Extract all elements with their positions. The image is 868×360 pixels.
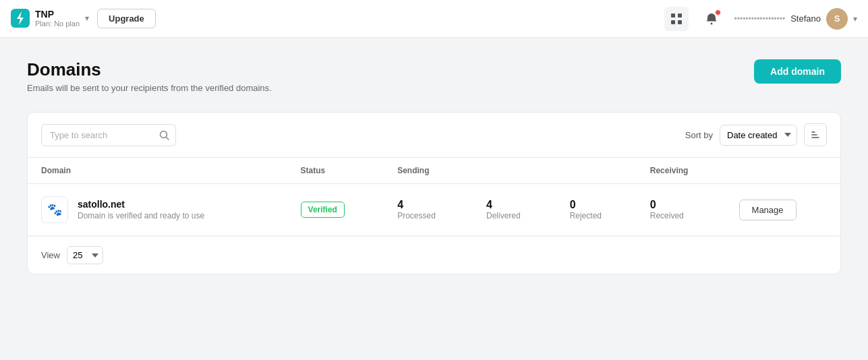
grid-icon [670, 13, 683, 25]
grid-icon-button[interactable] [664, 7, 689, 31]
col-domain: Domain [28, 158, 287, 184]
upgrade-button[interactable]: Upgrade [97, 9, 156, 28]
rejected-cell: 0 Rejected [556, 184, 637, 236]
user-menu[interactable]: •••••••••••••••••• Stefano S ▾ [734, 8, 857, 30]
sort-direction-icon [811, 130, 820, 140]
col-sending: Sending [384, 158, 473, 184]
svg-rect-5 [678, 20, 682, 24]
brand-icon [11, 9, 30, 28]
received-label: Received [650, 211, 684, 220]
table-row: 🐾 satollo.net Domain is verified and rea… [28, 184, 840, 236]
topnav-right: •••••••••••••••••• Stefano S ▾ [664, 7, 857, 31]
search-wrap [41, 124, 176, 146]
sort-select[interactable]: Date created Name Status [720, 125, 797, 146]
col-actions [726, 158, 840, 184]
brand-logo: TNP Plan: No plan ▾ [11, 9, 89, 29]
col-status: Status [287, 158, 384, 184]
received-cell: 0 Received [637, 184, 726, 236]
delivered-stat: 4 Delivered [486, 199, 543, 220]
processed-stat: 4 Processed [397, 199, 459, 220]
delivered-label: Delivered [486, 211, 521, 220]
main-content: Domains Emails will be sent to your reci… [0, 38, 868, 296]
page-subtitle: Emails will be sent to your recipients f… [27, 83, 272, 93]
domain-icon-symbol: 🐾 [47, 202, 62, 217]
view-per-page-select[interactable]: 10 25 50 100 [67, 246, 103, 264]
user-menu-chevron: ▾ [853, 14, 857, 24]
delivered-cell: 4 Delivered [473, 184, 556, 236]
rejected-num: 0 [570, 199, 576, 211]
add-domain-button[interactable]: Add domain [754, 59, 841, 84]
svg-rect-3 [678, 13, 682, 18]
user-email: •••••••••••••••••• [734, 14, 786, 24]
processed-cell: 4 Processed [384, 184, 473, 236]
svg-rect-4 [671, 20, 675, 24]
toolbar: Sort by Date created Name Status [28, 113, 840, 157]
sort-area: Sort by Date created Name Status [685, 123, 827, 146]
received-num: 0 [650, 199, 656, 211]
page-header: Domains Emails will be sent to your reci… [27, 59, 841, 93]
search-input[interactable] [41, 124, 176, 146]
user-avatar: S [826, 8, 848, 30]
col-receiving: Receiving [637, 158, 726, 184]
table-footer: View 10 25 50 100 [28, 236, 840, 274]
received-stat: 0 Received [650, 199, 712, 220]
user-name: Stefano [790, 13, 821, 24]
notification-badge [715, 9, 721, 16]
sort-direction-button[interactable] [804, 123, 827, 146]
col-sending-extra2 [556, 158, 637, 184]
search-icon [159, 130, 169, 140]
processed-num: 4 [397, 199, 403, 211]
status-cell: Verified [287, 184, 384, 236]
topnav: TNP Plan: No plan ▾ Upgrade ••••••••••••… [0, 0, 868, 38]
domain-info: satollo.net Domain is verified and ready… [78, 199, 204, 220]
brand-plan: Plan: No plan [35, 20, 80, 28]
brand-info: TNP Plan: No plan [35, 9, 80, 29]
brand-name: TNP [35, 9, 80, 20]
svg-line-8 [167, 137, 169, 140]
domain-cell-inner: 🐾 satollo.net Domain is verified and rea… [41, 196, 274, 223]
svg-rect-2 [671, 13, 675, 18]
domain-cell: 🐾 satollo.net Domain is verified and rea… [28, 184, 287, 236]
domain-icon: 🐾 [41, 196, 68, 223]
actions-cell: Manage [726, 184, 840, 236]
sort-label: Sort by [685, 130, 713, 140]
domains-card: Sort by Date created Name Status [27, 112, 841, 274]
search-button[interactable] [159, 130, 169, 140]
delivered-num: 4 [486, 199, 492, 211]
domain-description: Domain is verified and ready to use [78, 211, 204, 220]
rejected-label: Rejected [570, 211, 602, 220]
rejected-stat: 0 Rejected [570, 199, 623, 220]
status-badge: Verified [301, 202, 345, 218]
view-label: View [41, 250, 60, 260]
user-initials: S [834, 13, 840, 24]
page-title: Domains [27, 59, 272, 80]
col-sending-extra [473, 158, 556, 184]
domain-name: satollo.net [78, 199, 204, 210]
brand-dropdown-chevron[interactable]: ▾ [85, 13, 89, 23]
svg-point-6 [710, 22, 712, 24]
processed-label: Processed [397, 211, 436, 220]
domains-table: Domain Status Sending Receiving 🐾 [28, 157, 840, 236]
notifications-button[interactable] [699, 7, 724, 31]
page-header-left: Domains Emails will be sent to your reci… [27, 59, 272, 93]
manage-button[interactable]: Manage [739, 200, 797, 220]
